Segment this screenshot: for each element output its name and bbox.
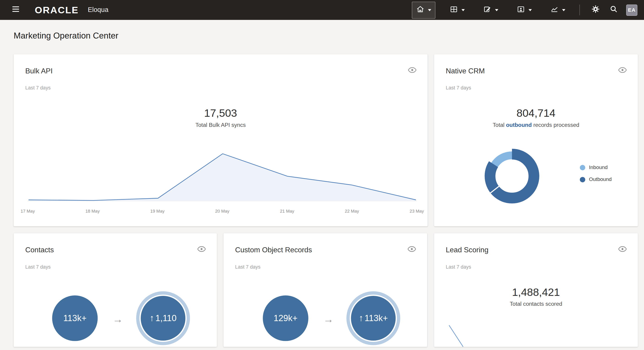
cor-delta-value: 113k+ (364, 313, 388, 323)
bulk-api-metric-label: Total Bulk API syncs (14, 122, 428, 128)
audience-nav-button[interactable] (512, 1, 536, 18)
caret-down-icon (562, 9, 565, 11)
cor-delta-circle: ↑ 113k+ (346, 291, 400, 345)
campaigns-nav-button[interactable] (445, 1, 469, 18)
crm-legend: Inbound Outbound (580, 164, 612, 189)
native-crm-metric-label: Total outbound records processed (434, 122, 638, 128)
card-title: Native CRM (446, 67, 485, 75)
visibility-toggle-button[interactable] (408, 65, 417, 75)
home-icon (416, 5, 425, 15)
x-axis-label: 19 May (150, 209, 164, 214)
x-axis-label: 18 May (86, 209, 100, 214)
app-root: ORACLE Eloqua (0, 0, 644, 350)
hamburger-icon (11, 4, 20, 16)
audience-portrait-icon (516, 5, 525, 15)
card-period: Last 7 days (446, 264, 471, 270)
cor-total-circle: 129k+ (263, 295, 308, 341)
native-crm-card: Native CRM Last 7 days 804,714 Total out… (434, 54, 638, 226)
search-icon (609, 5, 618, 15)
x-axis-labels: 17 May 18 May 19 May 20 May 21 May 22 Ma… (28, 209, 417, 215)
hamburger-menu-button[interactable] (8, 2, 24, 18)
bulk-api-area-chart (28, 149, 417, 204)
lead-scoring-card: Lead Scoring Last 7 days 1,488,421 Total… (434, 233, 638, 347)
navbar-left: ORACLE Eloqua (0, 2, 108, 18)
up-arrow-icon: ↑ (150, 313, 154, 324)
cor-delta-inner: ↑ 113k+ (350, 294, 397, 342)
inbound-legend-dot (580, 165, 585, 170)
eye-icon (407, 245, 416, 254)
eye-icon (618, 65, 627, 75)
settings-button[interactable] (588, 2, 603, 18)
eye-icon (197, 245, 206, 254)
lead-scoring-metric-label: Total contacts scored (434, 301, 638, 307)
bulk-api-card: Bulk API Last 7 days 17,503 Total Bulk A… (14, 54, 428, 226)
caret-down-icon (495, 9, 498, 11)
page-title: Marketing Operation Center (14, 31, 118, 41)
card-title: Lead Scoring (446, 246, 488, 254)
label-prefix: Total (492, 122, 506, 128)
analytics-nav-button[interactable] (546, 1, 570, 18)
x-axis-label: 17 May (20, 209, 35, 214)
x-axis-label: 23 May (410, 209, 424, 214)
top-navbar: ORACLE Eloqua (0, 0, 644, 20)
contacts-delta-circle: ↑ 1,110 (136, 291, 190, 345)
user-avatar[interactable]: EA (626, 4, 637, 16)
legend-item-outbound: Outbound (580, 177, 612, 182)
right-arrow-icon: → (112, 313, 123, 325)
search-button[interactable] (606, 2, 621, 18)
outbound-legend-dot (580, 177, 585, 182)
eye-icon (408, 65, 417, 75)
assets-pencil-icon (483, 5, 492, 15)
visibility-toggle-button[interactable] (618, 245, 627, 254)
area-chart-svg (28, 149, 417, 204)
legend-label: Inbound (589, 164, 608, 170)
eye-icon (618, 245, 627, 254)
contacts-delta-inner: ↑ 1,110 (140, 294, 187, 342)
contacts-card: Contacts Last 7 days 113k+ → ↑ 1,110 (14, 233, 217, 347)
contacts-delta-value: 1,110 (155, 313, 176, 323)
caret-down-icon (428, 9, 431, 11)
card-period: Last 7 days (25, 85, 51, 91)
assets-nav-button[interactable] (479, 1, 502, 18)
x-axis-label: 22 May (345, 209, 359, 214)
oracle-logo: ORACLE (35, 4, 79, 16)
card-period: Last 7 days (446, 85, 471, 91)
navbar-right: EA (402, 1, 644, 18)
crm-donut-chart (481, 145, 543, 207)
visibility-toggle-button[interactable] (197, 245, 206, 254)
card-title: Bulk API (25, 67, 53, 75)
x-axis-label: 20 May (215, 209, 229, 214)
lead-scoring-metric: 1,488,421 (434, 286, 638, 299)
bulk-api-metric: 17,503 (14, 107, 428, 120)
visibility-toggle-button[interactable] (407, 245, 416, 254)
up-arrow-icon: ↑ (359, 313, 363, 324)
right-arrow-icon: → (323, 313, 334, 325)
card-period: Last 7 days (235, 264, 260, 270)
label-suffix: records processed (532, 122, 579, 128)
product-name: Eloqua (88, 6, 108, 14)
navbar-divider (580, 5, 580, 15)
contacts-total-circle: 113k+ (52, 295, 98, 341)
home-nav-button[interactable] (412, 1, 436, 18)
legend-item-inbound: Inbound (580, 164, 612, 170)
lead-scoring-partial-chart (446, 323, 475, 347)
card-period: Last 7 days (25, 264, 51, 270)
card-title: Custom Object Records (235, 246, 312, 254)
custom-object-records-card: Custom Object Records Last 7 days 129k+ … (224, 233, 427, 347)
campaigns-grid-icon (450, 5, 458, 15)
caret-down-icon (528, 9, 532, 11)
label-highlight: outbound (506, 122, 532, 128)
caret-down-icon (462, 9, 464, 11)
visibility-toggle-button[interactable] (618, 65, 627, 75)
card-title: Contacts (25, 246, 54, 254)
legend-label: Outbound (589, 177, 612, 182)
analytics-chart-icon (550, 5, 559, 15)
gear-icon (591, 5, 600, 15)
native-crm-metric: 804,714 (434, 107, 638, 120)
x-axis-label: 21 May (280, 209, 294, 214)
